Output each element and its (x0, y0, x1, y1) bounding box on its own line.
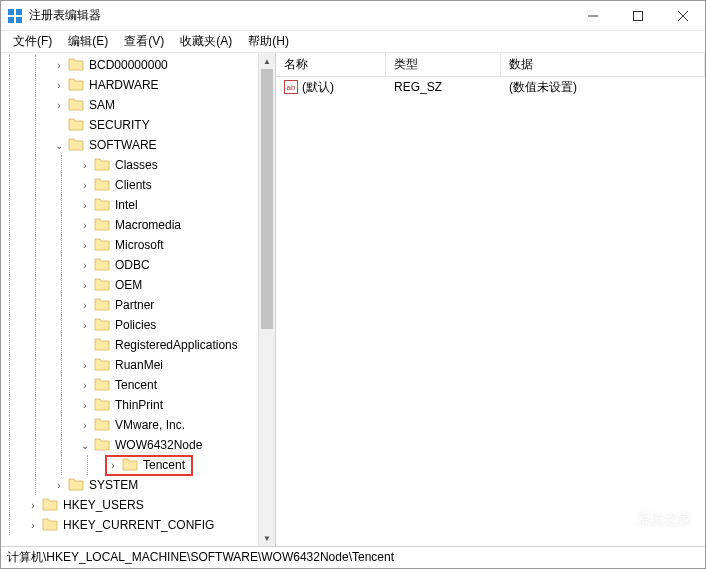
tree-item[interactable]: ›Policies (1, 315, 258, 335)
menu-file[interactable]: 文件(F) (5, 31, 60, 52)
close-button[interactable] (660, 1, 705, 31)
titlebar: 注册表编辑器 (1, 1, 705, 31)
expander-icon[interactable]: › (79, 280, 91, 291)
column-header-name[interactable]: 名称 (276, 53, 386, 76)
folder-icon (91, 177, 113, 194)
folder-icon (65, 477, 87, 494)
folder-icon (91, 357, 113, 374)
menu-view[interactable]: 查看(V) (116, 31, 172, 52)
expander-icon[interactable]: › (79, 320, 91, 331)
maximize-button[interactable] (615, 1, 660, 31)
expander-icon[interactable]: › (79, 240, 91, 251)
expander-icon[interactable]: › (79, 420, 91, 431)
expander-icon[interactable]: › (107, 460, 119, 471)
tree-item[interactable]: RegisteredApplications (1, 335, 258, 355)
scroll-up-arrow-icon[interactable]: ▲ (259, 53, 275, 69)
tree-item[interactable]: ›Macromedia (1, 215, 258, 235)
expander-icon[interactable]: › (79, 260, 91, 271)
column-header-type[interactable]: 类型 (386, 53, 501, 76)
svg-rect-0 (8, 9, 14, 15)
tree-item-label: RuanMei (113, 357, 165, 373)
cell-name: ab (默认) (276, 79, 386, 96)
vertical-scrollbar[interactable]: ▲ ▼ (258, 53, 275, 546)
tree-item-label: Microsoft (113, 237, 166, 253)
tree-item-label: ThinPrint (113, 397, 165, 413)
expander-icon[interactable]: › (79, 220, 91, 231)
tree-view[interactable]: ›BCD00000000›HARDWARE›SAMSECURITY⌄SOFTWA… (1, 53, 258, 546)
folder-icon (91, 257, 113, 274)
app-icon (7, 8, 23, 24)
statusbar: 计算机\HKEY_LOCAL_MACHINE\SOFTWARE\WOW6432N… (1, 546, 705, 568)
tree-item[interactable]: ›Intel (1, 195, 258, 215)
status-path: 计算机\HKEY_LOCAL_MACHINE\SOFTWARE\WOW6432N… (7, 549, 394, 566)
tree-pane: ›BCD00000000›HARDWARE›SAMSECURITY⌄SOFTWA… (1, 53, 276, 546)
tree-item[interactable]: ›VMware, Inc. (1, 415, 258, 435)
folder-icon (91, 417, 113, 434)
tree-item[interactable]: ⌄WOW6432Node (1, 435, 258, 455)
tree-item-label: HKEY_USERS (61, 497, 146, 513)
expander-icon[interactable]: › (79, 400, 91, 411)
tree-item[interactable]: SECURITY (1, 115, 258, 135)
menu-edit[interactable]: 编辑(E) (60, 31, 116, 52)
expander-icon[interactable]: › (79, 360, 91, 371)
expander-icon[interactable]: › (27, 520, 39, 531)
tree-item-label: Tencent (113, 377, 159, 393)
expander-icon[interactable]: ⌄ (79, 440, 91, 451)
scrollbar-thumb[interactable] (261, 69, 273, 329)
tree-item[interactable]: ›OEM (1, 275, 258, 295)
folder-icon (65, 57, 87, 74)
tree-item[interactable]: ›SAM (1, 95, 258, 115)
expander-icon[interactable]: › (79, 180, 91, 191)
folder-icon (91, 437, 113, 454)
list-body[interactable]: ab (默认) REG_SZ (数值未设置) (276, 77, 705, 546)
tree-item-label: Macromedia (113, 217, 183, 233)
folder-icon (65, 137, 87, 154)
folder-icon (91, 377, 113, 394)
list-row[interactable]: ab (默认) REG_SZ (数值未设置) (276, 77, 705, 97)
tree-item-label: OEM (113, 277, 144, 293)
tree-item[interactable]: ›HKEY_CURRENT_CONFIG (1, 515, 258, 535)
expander-icon[interactable]: › (79, 300, 91, 311)
column-header-data[interactable]: 数据 (501, 53, 705, 76)
tree-item[interactable]: ›Microsoft (1, 235, 258, 255)
folder-icon (91, 237, 113, 254)
folder-icon (119, 457, 141, 474)
folder-icon (65, 77, 87, 94)
tree-item-label: SOFTWARE (87, 137, 159, 153)
folder-icon (39, 517, 61, 534)
tree-item-label: ODBC (113, 257, 152, 273)
tree-item[interactable]: ⌄SOFTWARE (1, 135, 258, 155)
tree-item[interactable]: ›Clients (1, 175, 258, 195)
menu-help[interactable]: 帮助(H) (240, 31, 297, 52)
tree-item[interactable]: ›ThinPrint (1, 395, 258, 415)
tree-item[interactable]: ›RuanMei (1, 355, 258, 375)
tree-item[interactable]: ›Tencent (1, 455, 258, 475)
tree-item[interactable]: ›Partner (1, 295, 258, 315)
folder-icon (91, 337, 113, 354)
tree-item[interactable]: ›Classes (1, 155, 258, 175)
tree-item[interactable]: ›Tencent (1, 375, 258, 395)
expander-icon[interactable]: › (53, 80, 65, 91)
folder-icon (65, 97, 87, 114)
scroll-down-arrow-icon[interactable]: ▼ (259, 530, 275, 546)
expander-icon[interactable]: ⌄ (53, 140, 65, 151)
menu-favorites[interactable]: 收藏夹(A) (172, 31, 240, 52)
expander-icon[interactable]: › (53, 100, 65, 111)
folder-icon (65, 117, 87, 134)
tree-item-label: BCD00000000 (87, 57, 170, 73)
expander-icon[interactable]: › (53, 60, 65, 71)
expander-icon[interactable]: › (79, 380, 91, 391)
tree-item[interactable]: ›HKEY_USERS (1, 495, 258, 515)
tree-item[interactable]: ›SYSTEM (1, 475, 258, 495)
expander-icon[interactable]: › (53, 480, 65, 491)
tree-item[interactable]: ›HARDWARE (1, 75, 258, 95)
tree-item[interactable]: ›BCD00000000 (1, 55, 258, 75)
expander-icon[interactable]: › (79, 200, 91, 211)
tree-item[interactable]: ›ODBC (1, 255, 258, 275)
cell-data: (数值未设置) (501, 79, 705, 96)
minimize-button[interactable] (570, 1, 615, 31)
svg-rect-5 (633, 11, 642, 20)
expander-icon[interactable]: › (27, 500, 39, 511)
expander-icon[interactable]: › (79, 160, 91, 171)
tree-item-label: Partner (113, 297, 156, 313)
